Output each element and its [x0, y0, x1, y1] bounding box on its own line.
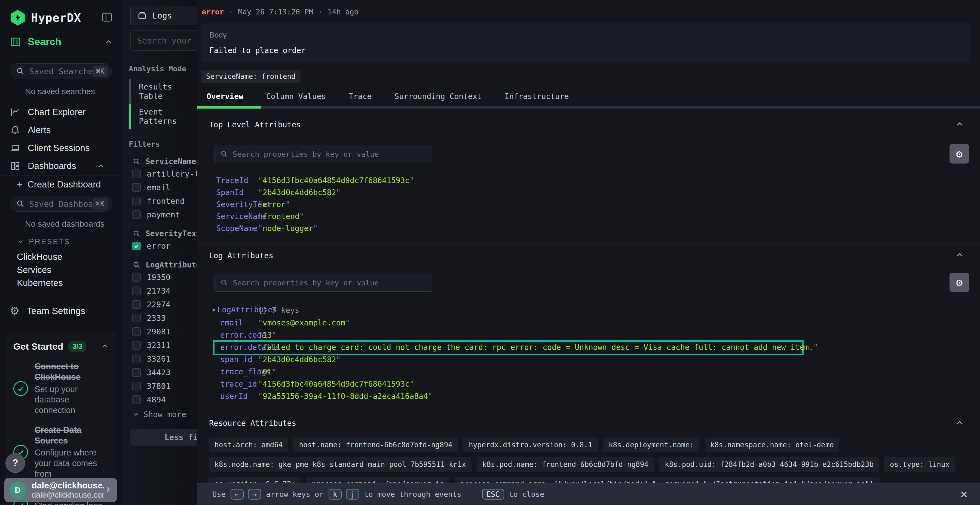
attr-key[interactable]: trace_id	[220, 380, 257, 389]
chevron-up-icon[interactable]	[97, 162, 105, 170]
source-select[interactable]: Logs	[130, 6, 197, 25]
resource-chip[interactable]: k8s.namespace.name: otel-demo	[705, 438, 839, 452]
attr-key[interactable]: email	[220, 318, 243, 327]
presets-toggle[interactable]: PRESETS	[17, 237, 122, 246]
attr-value[interactable]: 2b43d0c4dd6bc582	[258, 188, 340, 197]
settings-button[interactable]: ⚙	[950, 144, 969, 164]
service-name-chip[interactable]: ServiceName: frontend	[201, 70, 301, 83]
help-button[interactable]: ?	[5, 453, 25, 473]
sidebar-item-search[interactable]: Search	[10, 33, 113, 51]
sidebar-item-chart-explorer[interactable]: Chart Explorer	[0, 103, 122, 121]
event-search-input[interactable]: Search your events...	[130, 30, 197, 51]
search-icon[interactable]	[132, 261, 141, 269]
attr-key[interactable]: TraceId	[216, 176, 248, 185]
tab-surrounding-context[interactable]: Surrounding Context	[395, 92, 482, 103]
properties-search-input[interactable]: Search properties by key or value	[215, 145, 432, 163]
checkbox[interactable]	[132, 183, 141, 192]
attr-value[interactable]: 13	[258, 330, 276, 340]
filter-option[interactable]: payment	[132, 209, 197, 221]
resource-chip[interactable]: k8s.pod.uid: f284fb2d-a0b3-4634-991b-e2c…	[659, 457, 879, 472]
filter-option[interactable]: 19350	[132, 272, 197, 283]
attr-value[interactable]: 01	[258, 367, 276, 376]
sidebar-item-dashboards[interactable]: Dashboards	[0, 157, 122, 175]
filter-option[interactable]: artillery-load-gen	[132, 168, 197, 179]
chevron-up-icon[interactable]	[955, 418, 964, 428]
checkbox[interactable]	[132, 314, 141, 322]
checkbox[interactable]	[132, 382, 141, 391]
filter-option[interactable]: 32311	[132, 340, 197, 351]
attr-value[interactable]: vmoses@example.com	[258, 318, 350, 327]
resource-chip[interactable]: k8s.deployment.name:	[603, 438, 699, 452]
show-more-toggle[interactable]: Show more	[132, 410, 197, 419]
attr-value[interactable]: 4156d3fbc40a64854d9dc7f68641593c	[258, 380, 414, 389]
attr-value[interactable]: frontend	[258, 212, 304, 221]
preset-clickhouse[interactable]: ClickHouse	[0, 250, 122, 264]
create-dashboard-button[interactable]: + Create Dashboard	[0, 176, 122, 193]
chevron-up-icon[interactable]	[955, 250, 964, 260]
checkbox[interactable]	[132, 170, 141, 178]
resource-chip[interactable]: os.type: linux	[885, 457, 955, 472]
checkbox[interactable]	[132, 368, 141, 377]
filter-option[interactable]: 4894	[132, 394, 197, 405]
preset-services[interactable]: Services	[0, 264, 122, 276]
resource-chip[interactable]: k8s.node.name: gke-pme-k8s-standard-main…	[209, 457, 471, 472]
sidebar-item-client-sessions[interactable]: Client Sessions	[0, 139, 122, 157]
attr-value[interactable]: error	[258, 200, 290, 209]
sidebar-item-team-settings[interactable]: ⚙ Team Settings	[0, 305, 122, 317]
filter-option[interactable]: error	[132, 240, 197, 252]
chevron-up-icon[interactable]	[101, 342, 109, 351]
settings-button[interactable]: ⚙	[950, 273, 969, 292]
chevron-up-icon[interactable]	[104, 38, 113, 46]
checkbox-checked[interactable]	[132, 241, 141, 250]
filter-option[interactable]: 21734	[132, 285, 197, 297]
filter-option[interactable]: 34423	[132, 367, 197, 378]
tab-infrastructure[interactable]: Infrastructure	[505, 92, 569, 103]
filter-option[interactable]: 37801	[132, 380, 197, 392]
resource-chip[interactable]: k8s.pod.name: frontend-6b6c8d7bfd-ng894	[477, 457, 654, 472]
saved-dashboards-input[interactable]: Saved Dashboards ⌘K	[10, 196, 112, 212]
attr-value[interactable]: node-logger	[258, 224, 318, 233]
checkbox[interactable]	[132, 354, 141, 363]
preset-kubernetes[interactable]: Kubernetes	[0, 276, 122, 289]
tab-trace[interactable]: Trace	[349, 92, 372, 103]
checkbox[interactable]	[132, 300, 141, 309]
close-icon[interactable]: ✕	[960, 489, 968, 500]
saved-searches-input[interactable]: Saved Searches ⌘K	[10, 64, 112, 79]
log-attributes-root[interactable]: ▾LogAttributes {} 7 keys	[212, 305, 980, 318]
checkbox[interactable]	[132, 341, 141, 349]
caret-down-icon[interactable]: ▾	[212, 306, 216, 314]
collapse-sidebar-icon[interactable]	[101, 11, 113, 24]
get-started-step-sources[interactable]: Create Data Sources Configure where your…	[13, 425, 109, 480]
filter-option[interactable]: 22974	[132, 299, 197, 310]
attr-key[interactable]: ScopeName	[216, 224, 258, 233]
properties-search-input[interactable]: Search properties by key or value	[215, 274, 432, 292]
attr-value[interactable]: 4156d3fbc40a64854d9dc7f68641593c	[258, 176, 414, 185]
mode-event-patterns[interactable]: Event Patterns	[129, 104, 197, 129]
mode-results-table[interactable]: Results Table	[129, 79, 197, 104]
filter-option[interactable]: frontend	[132, 195, 197, 207]
tab-column-values[interactable]: Column Values	[266, 92, 326, 103]
user-menu[interactable]: D dale@clickhouse.com dale@clickhouse.co…	[4, 478, 117, 502]
checkbox[interactable]	[132, 197, 141, 205]
filter-option[interactable]: 33261	[132, 353, 197, 365]
attr-value[interactable]: 92a55156-39a4-11f0-8ddd-a2eca416a8a4	[258, 392, 433, 401]
chevron-up-icon[interactable]	[955, 119, 964, 130]
search-icon[interactable]	[132, 157, 141, 166]
tab-scroll-track[interactable]	[197, 106, 980, 108]
filter-option[interactable]: 29081	[132, 326, 197, 337]
less-filters-button[interactable]: Less filters	[130, 429, 197, 446]
attr-key[interactable]: SpanId	[216, 188, 243, 197]
filter-option[interactable]: email	[132, 182, 197, 193]
resource-chip[interactable]: host.arch: amd64	[209, 438, 288, 452]
tab-overview[interactable]: Overview	[207, 92, 243, 103]
attr-value[interactable]: 2b43d0c4dd6bc582	[258, 355, 340, 364]
filter-option[interactable]: 2333	[132, 312, 197, 324]
attr-key[interactable]: span_id	[220, 355, 252, 364]
attr-key[interactable]: userId	[220, 392, 248, 401]
resource-chip[interactable]: host.name: frontend-6b6c8d7bfd-ng894	[293, 438, 458, 452]
attr-value[interactable]: failed to charge card: could not charge …	[258, 343, 818, 352]
search-icon[interactable]	[132, 230, 141, 238]
checkbox[interactable]	[132, 327, 141, 336]
checkbox[interactable]	[132, 395, 141, 404]
get-started-step-connect[interactable]: Connect to ClickHouse Set up your databa…	[13, 361, 109, 416]
